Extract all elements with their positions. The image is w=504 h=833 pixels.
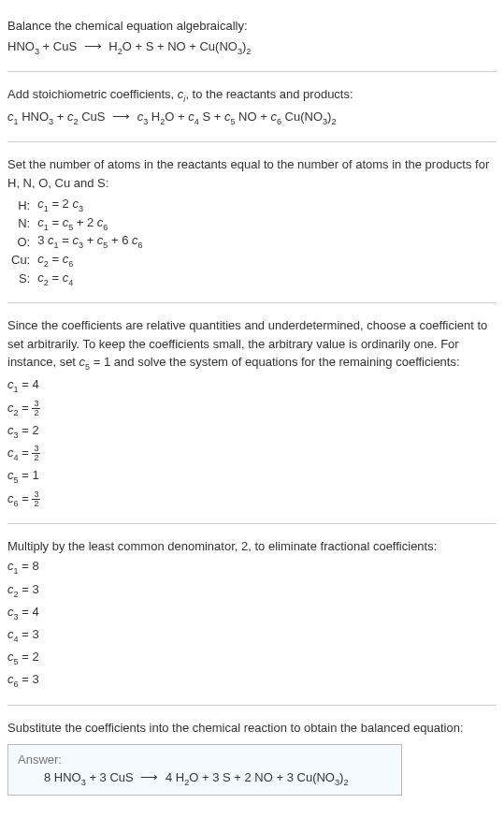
coef-line: c5 = 1	[7, 466, 497, 487]
atom-row-h: H: c1 = 2 c3	[7, 196, 147, 214]
coef-line: c4 = 3	[7, 625, 497, 646]
atom-row-n: N: c1 = c5 + 2 c6	[7, 214, 147, 233]
coef-line: c5 = 2	[7, 648, 497, 668]
answer-box: Answer: 8 HNO3 + 3 CuS ⟶ 4 H2O + 3 S + 2…	[7, 744, 402, 796]
eq-rest: O + S + NO + Cu(NO3)2	[122, 39, 252, 53]
coef-line: c1 = 8	[7, 557, 497, 577]
divider	[7, 523, 497, 524]
arrow-icon: ⟶	[137, 770, 162, 784]
coef-line: c3 = 4	[7, 603, 497, 623]
choose-section: Since the coefficients are relative quan…	[7, 307, 497, 519]
mult-section: Multiply by the least common denominator…	[7, 528, 497, 701]
atom-eq: 3 c1 = c3 + c5 + 6 c6	[34, 232, 146, 251]
stoich-equation: c1 HNO3 + c2 CuS ⟶ c3 H2O + c4 S + c5 NO…	[7, 108, 497, 128]
eq-h2o: H2	[106, 39, 122, 53]
choose-text: Since the coefficients are relative quan…	[7, 316, 497, 373]
atom-row-cu: Cu: c2 = c6	[7, 251, 147, 270]
atom-row-o: O: 3 c1 = c3 + c5 + 6 c6	[7, 232, 147, 251]
atom-row-s: S: c2 = c4	[7, 270, 147, 288]
atom-label: Cu:	[7, 251, 34, 270]
atom-eq: c2 = c6	[34, 251, 146, 270]
subst-text: Substitute the coefficients into the che…	[7, 719, 497, 738]
atom-label: S:	[7, 270, 34, 288]
divider	[7, 705, 497, 706]
atom-label: H:	[7, 196, 34, 214]
intro-equation: HNO3 + CuS ⟶ H2O + S + NO + Cu(NO3)2	[7, 37, 497, 58]
coef-line: c6 = 32	[7, 490, 497, 510]
arrow-icon: ⟶	[108, 108, 134, 126]
atoms-intro: Set the number of atoms in the reactants…	[7, 155, 497, 192]
coef-line: c2 = 3	[7, 580, 497, 601]
subst-section: Substitute the coefficients into the che…	[7, 709, 497, 805]
stoich-section: Add stoichiometric coefficients, ci, to …	[7, 76, 497, 138]
intro-text: Balance the chemical equation algebraica…	[7, 17, 497, 36]
coef-line: c6 = 3	[7, 670, 497, 691]
mult-text: Multiply by the least common denominator…	[7, 537, 497, 556]
atoms-table: H: c1 = 2 c3 N: c1 = c5 + 2 c6 O: 3 c1 =…	[7, 196, 147, 287]
coef-line: c3 = 2	[7, 421, 497, 442]
atom-label: N:	[7, 214, 34, 233]
divider	[7, 71, 497, 72]
coef-line: c2 = 32	[7, 399, 497, 419]
arrow-icon: ⟶	[80, 37, 106, 56]
eq-plus-cus: + CuS	[39, 39, 80, 53]
coef-line: c4 = 32	[7, 444, 497, 464]
fraction: 32	[32, 400, 40, 417]
fraction: 32	[32, 445, 40, 462]
coef-line: c1 = 4	[7, 375, 497, 396]
atoms-section: Set the number of atoms in the reactants…	[7, 146, 497, 299]
divider	[7, 141, 497, 142]
intro-section: Balance the chemical equation algebraica…	[7, 7, 497, 67]
eq-hno3: HNO3	[7, 39, 39, 53]
atom-eq: c2 = c4	[34, 270, 146, 288]
choose-values: c1 = 4 c2 = 32 c3 = 2 c4 = 32 c5 = 1 c6 …	[7, 375, 497, 509]
atom-eq: c1 = 2 c3	[34, 196, 146, 214]
answer-title: Answer:	[18, 753, 392, 767]
mult-values: c1 = 8 c2 = 3 c3 = 4 c4 = 3 c5 = 2 c6 = …	[7, 557, 497, 691]
atom-label: O:	[7, 232, 34, 251]
stoich-text: Add stoichiometric coefficients, ci, to …	[7, 85, 497, 106]
atom-eq: c1 = c5 + 2 c6	[34, 214, 146, 233]
divider	[7, 302, 497, 303]
fraction: 32	[32, 490, 40, 508]
answer-equation: 8 HNO3 + 3 CuS ⟶ 4 H2O + 3 S + 2 NO + 3 …	[18, 770, 392, 787]
